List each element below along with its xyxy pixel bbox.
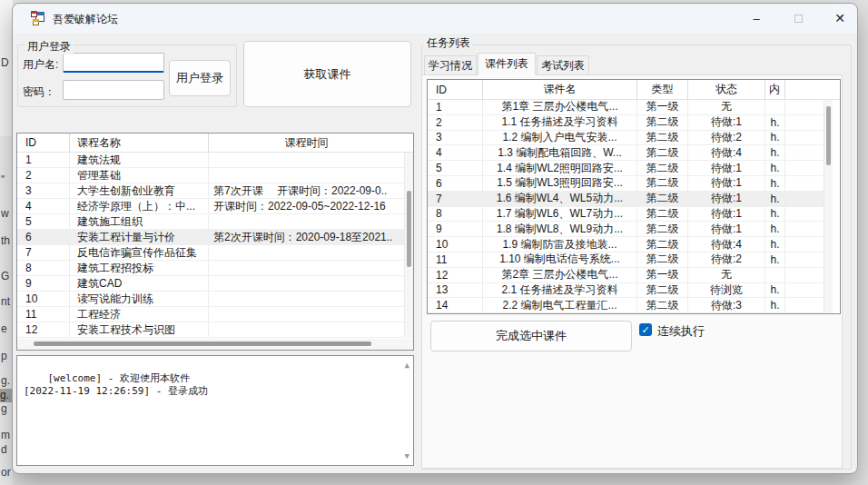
course-row[interactable]: 6安装工程计量与计价第2次开课时间：2020-09-18至2021.. — [17, 230, 404, 245]
cw-cell-id: 8 — [428, 207, 483, 222]
course-row[interactable]: 3大学生创新创业教育第7次开课 开课时间：2022-09-0.. — [17, 183, 404, 199]
course-table-vscrollbar[interactable] — [404, 153, 413, 338]
cw-cell-status: 待做:3 — [688, 298, 765, 312]
courseware-row[interactable]: 152.3 编制户内电气装置...第二级待做:2h. — [428, 313, 824, 314]
course-cell-id: 12 — [17, 322, 70, 337]
cw-cell-id: 4 — [428, 145, 483, 160]
courseware-row[interactable]: 51.4 编制WL2照明回路安...第二级待做:1h. — [428, 161, 824, 176]
cw-cell-id: 11 — [428, 252, 483, 267]
bg-left-fragments: D"wthGntepg.gmdorg. — [0, 0, 13, 485]
course-table-header: ID 课程名称 课程时间 — [17, 134, 413, 153]
tab-exam-list[interactable]: 考试列表 — [537, 55, 589, 75]
courseware-row[interactable]: 12第2章 三层办公楼电气...第一级无 — [428, 268, 824, 283]
courseware-row[interactable]: 101.9 编制防雷及接地装...第二级待做:4h. — [428, 237, 824, 252]
cw-cell-name: 1.2 编制入户电气安装... — [483, 131, 637, 145]
courseware-row[interactable]: 142.2 编制电气工程量汇...第二级待做:3h. — [428, 298, 824, 313]
course-cell-id: 5 — [17, 214, 70, 229]
cw-cell-status: 无 — [688, 100, 765, 114]
cw-col-name[interactable]: 课件名 — [483, 80, 637, 99]
courseware-row[interactable]: 41.3 编制配电箱回路、W...第二级待做:4h. — [428, 145, 824, 161]
login-button[interactable]: 用户登录 — [169, 60, 231, 96]
course-row[interactable]: 2管理基础 — [17, 168, 404, 183]
courseware-row[interactable]: 132.1 任务描述及学习资料第二级待浏览h. — [428, 283, 824, 299]
cw-cell-name: 1.7 编制WL6、WL7动力... — [483, 207, 637, 222]
course-cell-name: 建筑工程招投标 — [70, 261, 209, 275]
courseware-row[interactable]: 91.8 编制WL8、WL9动力...第二级待做:1h. — [428, 222, 824, 237]
cw-cell-extra: h. — [765, 131, 785, 145]
courseware-row[interactable]: 71.6 编制WL4、WL5动力...第二级待做:1h. — [428, 192, 824, 207]
cw-cell-status: 待做:1 — [688, 222, 765, 236]
cw-cell-extra: h. — [765, 192, 785, 206]
cw-col-type[interactable]: 类型 — [637, 80, 688, 99]
course-row[interactable]: 4经济学原理（上）：中...开课时间：2022-09-05~2022-12-16 — [17, 199, 404, 214]
cw-cell-extra: h. — [765, 222, 785, 236]
course-cell-name: 反电信诈骗宣传作品征集 — [70, 245, 209, 260]
cw-cell-id: 13 — [428, 283, 483, 298]
cw-cell-name: 第2章 三层办公楼电气... — [483, 268, 637, 282]
cw-cell-id: 7 — [428, 192, 483, 206]
minimize-button[interactable]: – — [738, 5, 774, 31]
cw-cell-status: 待做:2 — [688, 313, 765, 314]
cw-cell-status: 待做:1 — [688, 115, 765, 130]
course-cell-time — [209, 276, 404, 291]
app-icon — [31, 11, 45, 25]
tab-study-status[interactable]: 学习情况 — [424, 55, 477, 75]
password-input[interactable] — [63, 80, 164, 100]
cw-cell-type: 第二级 — [637, 313, 688, 314]
cw-cell-id: 1 — [428, 100, 483, 114]
course-col-name[interactable]: 课程名称 — [70, 134, 209, 152]
course-row[interactable]: 1建筑法规 — [17, 153, 404, 168]
cw-cell-extra — [765, 100, 785, 114]
course-cell-id: 8 — [17, 261, 70, 275]
username-input[interactable] — [63, 53, 164, 73]
course-cell-time: 开课时间：2022-09-05~2022-12-16 — [209, 199, 404, 213]
fetch-courseware-button[interactable]: 获取课件 — [243, 41, 411, 107]
cw-cell-status: 待做:2 — [688, 131, 765, 145]
cw-cell-status: 待做:1 — [688, 176, 765, 191]
cw-cell-type: 第二级 — [637, 298, 688, 312]
course-row[interactable]: 10读写说能力训练 — [17, 292, 404, 307]
course-row[interactable]: 12安装工程技术与识图 — [17, 322, 404, 338]
course-table-vscroll-thumb[interactable] — [407, 191, 411, 267]
courseware-row[interactable]: 81.7 编制WL6、WL7动力...第二级待做:1h. — [428, 207, 824, 223]
courseware-row[interactable]: 31.2 编制入户电气安装...第二级待做:2h. — [428, 131, 824, 146]
course-cell-id: 1 — [17, 153, 70, 167]
course-cell-time — [209, 322, 404, 337]
cw-cell-type: 第二级 — [637, 192, 688, 206]
cw-col-status[interactable]: 状态 — [688, 80, 765, 99]
course-row[interactable]: 8建筑工程招投标 — [17, 261, 404, 276]
log-textbox[interactable]: [welcome] - 欢迎使用本软件 [2022-11-19 12:26:59… — [16, 355, 414, 466]
maximize-button[interactable] — [780, 5, 816, 31]
courseware-row[interactable]: 21.1 任务描述及学习资料第二级待做:1h. — [428, 115, 824, 131]
cw-cell-extra: h. — [765, 145, 785, 160]
courseware-row[interactable]: 61.5 编制WL3照明回路安...第二级待做:1h. — [428, 176, 824, 192]
cw-cell-id: 10 — [428, 237, 483, 252]
course-table-hscroll-thumb[interactable] — [34, 341, 371, 346]
log-text: [welcome] - 欢迎使用本软件 [2022-11-19 12:26:59… — [24, 372, 208, 397]
cw-cell-status: 待做:1 — [688, 161, 765, 175]
log-scroll-down-icon[interactable]: ▼ — [405, 451, 409, 460]
courseware-table-vscrollbar[interactable] — [824, 100, 833, 314]
continuous-run-label: 连续执行 — [657, 323, 705, 340]
complete-selected-button[interactable]: 完成选中课件 — [430, 321, 632, 351]
close-button[interactable]: ✕ — [822, 5, 858, 31]
course-row[interactable]: 5建筑施工组织 — [17, 214, 404, 230]
tab-courseware-list[interactable]: 课件列表 — [478, 53, 536, 75]
course-col-id[interactable]: ID — [17, 134, 70, 152]
course-row[interactable]: 7反电信诈骗宣传作品征集 — [17, 245, 404, 261]
course-cell-time — [209, 261, 404, 275]
cw-cell-id: 6 — [428, 176, 483, 191]
course-col-time[interactable]: 课程时间 — [209, 134, 404, 152]
log-scroll-up-icon[interactable]: ▲ — [405, 361, 409, 370]
cw-col-id[interactable]: ID — [428, 80, 483, 99]
course-table-hscrollbar[interactable] — [17, 339, 413, 350]
courseware-table-vscroll-thumb[interactable] — [826, 106, 831, 165]
course-row[interactable]: 9建筑CAD — [17, 276, 404, 292]
course-row[interactable]: 11工程经济 — [17, 307, 404, 322]
cw-cell-status: 待做:4 — [688, 145, 765, 160]
cw-cell-name: 1.4 编制WL2照明回路安... — [483, 161, 637, 175]
courseware-row[interactable]: 111.10 编制电话信号系统...第二级待做:2h. — [428, 252, 824, 268]
continuous-run-checkbox[interactable]: ✓ — [639, 323, 652, 336]
cw-col-extra[interactable]: 内 — [765, 80, 785, 99]
courseware-row[interactable]: 1第1章 三层办公楼电气...第一级无 — [428, 100, 824, 115]
